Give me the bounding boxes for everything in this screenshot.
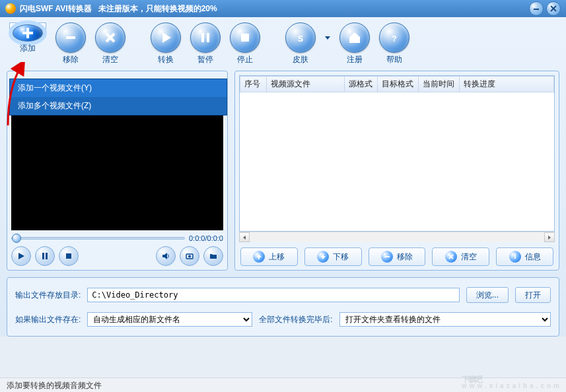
status-text: 添加要转换的视频音频文件: [7, 381, 102, 390]
pause-label: 暂停: [197, 54, 213, 65]
svg-rect-11: [241, 34, 249, 42]
seek-slider[interactable]: [11, 237, 185, 240]
stop-icon[interactable]: [59, 246, 79, 266]
register-label: 注册: [347, 54, 363, 65]
toolbar: 添加 移除 清空 转换 暂停 停止 S 皮肤 注册 ? 帮助: [0, 17, 566, 68]
svg-text:i: i: [514, 253, 516, 260]
col-srcfmt[interactable]: 源格式: [345, 77, 378, 92]
volume-icon[interactable]: [156, 246, 176, 266]
svg-rect-9: [201, 33, 204, 42]
svg-marker-25: [256, 254, 262, 259]
video-preview: [11, 98, 223, 230]
svg-rect-18: [46, 253, 48, 259]
svg-marker-23: [243, 236, 246, 240]
list-remove-button[interactable]: 移除: [369, 247, 426, 266]
col-curtime[interactable]: 当前时间: [419, 77, 460, 92]
info-icon: i: [509, 251, 521, 263]
skin-label: 皮肤: [293, 54, 308, 65]
x-icon: [445, 251, 457, 263]
output-dir-input[interactable]: [87, 288, 460, 302]
exist-select[interactable]: 自动生成相应的新文件名: [87, 312, 252, 327]
minimize-button[interactable]: [529, 1, 544, 16]
svg-text:?: ?: [392, 34, 396, 44]
list-panel: 序号 视频源文件 源格式 目标格式 当前时间 转换进度 上移 下移 移除 清空 …: [234, 71, 559, 271]
arrow-down-icon: [317, 251, 329, 263]
svg-rect-19: [66, 253, 71, 259]
add-button[interactable]: 添加: [9, 22, 46, 37]
add-label: 添加: [20, 43, 36, 54]
minus-icon: [381, 251, 393, 263]
arrow-up-icon: [253, 251, 265, 263]
svg-marker-24: [548, 236, 551, 240]
scroll-right-arrow[interactable]: [544, 232, 555, 242]
titlebar: 闪电SWF AVI转换器 未注册版本，只能转换视频的20%: [0, 0, 566, 17]
svg-rect-27: [384, 256, 390, 257]
play-icon[interactable]: [11, 246, 31, 266]
skin-button[interactable]: S 皮肤: [285, 22, 316, 65]
folder-icon[interactable]: [203, 246, 223, 266]
convert-label: 转换: [158, 54, 174, 65]
add-dropdown-menu: 添加一个视频文件(Y) 添加多个视频文件(Z): [9, 79, 227, 115]
browse-button[interactable]: 浏览...: [466, 287, 509, 303]
scroll-left-arrow[interactable]: [239, 232, 250, 242]
svg-point-22: [188, 255, 191, 258]
svg-marker-13: [325, 36, 330, 40]
time-display: 0:0:0/0:0:0: [189, 234, 223, 242]
snapshot-icon[interactable]: [180, 246, 199, 266]
list-clear-button[interactable]: 清空: [432, 247, 489, 266]
output-panel: 输出文件存放目录: 浏览... 打开 如果输出文件存在: 自动生成相应的新文件名…: [7, 277, 559, 337]
move-down-button[interactable]: 下移: [304, 247, 362, 266]
add-single-file-item[interactable]: 添加一个视频文件(Y): [10, 79, 227, 97]
app-title: 闪电SWF AVI转换器: [20, 3, 92, 15]
clear-button[interactable]: 清空: [95, 22, 125, 65]
move-up-button[interactable]: 上移: [240, 247, 298, 266]
col-src[interactable]: 视频源文件: [267, 77, 345, 92]
after-label: 全部文件转换完毕后:: [259, 314, 332, 325]
clear-label: 清空: [102, 54, 118, 65]
svg-text:S: S: [298, 34, 303, 44]
horizontal-scrollbar[interactable]: [239, 232, 555, 242]
open-button[interactable]: 打开: [515, 287, 551, 303]
stop-label: 停止: [237, 54, 253, 65]
svg-marker-16: [18, 253, 24, 259]
remove-button[interactable]: 移除: [55, 22, 86, 65]
output-dir-label: 输出文件存放目录:: [15, 290, 81, 301]
info-button[interactable]: i信息: [496, 247, 553, 266]
file-table[interactable]: 序号 视频源文件 源格式 目标格式 当前时间 转换进度: [239, 75, 555, 232]
svg-rect-10: [207, 33, 209, 42]
help-button[interactable]: ? 帮助: [379, 22, 409, 65]
app-subtitle: 未注册版本，只能转换视频的20%: [98, 3, 217, 15]
col-dstfmt[interactable]: 目标格式: [378, 77, 419, 92]
remove-label: 移除: [63, 54, 79, 65]
add-multiple-files-item[interactable]: 添加多个视频文件(Z): [10, 97, 227, 115]
after-select[interactable]: 打开文件夹查看转换的文件: [339, 312, 551, 327]
pause-icon[interactable]: [35, 246, 55, 266]
convert-button[interactable]: 转换: [151, 22, 181, 65]
pause-button[interactable]: 暂停: [190, 22, 221, 65]
col-seq[interactable]: 序号: [240, 77, 267, 92]
svg-marker-26: [320, 254, 326, 259]
svg-rect-17: [42, 253, 44, 259]
svg-marker-20: [162, 253, 167, 259]
exist-label: 如果输出文件存在:: [15, 314, 81, 325]
statusbar: 添加要转换的视频音频文件: [0, 377, 566, 392]
svg-marker-8: [162, 32, 171, 43]
register-button[interactable]: 注册: [339, 22, 370, 65]
stop-button[interactable]: 停止: [230, 22, 260, 65]
app-icon: [5, 3, 16, 14]
seek-thumb[interactable]: [12, 234, 21, 243]
help-label: 帮助: [386, 54, 402, 65]
skin-dropdown-arrow[interactable]: [325, 22, 330, 53]
close-window-button[interactable]: [546, 1, 561, 16]
col-progress[interactable]: 转换进度: [460, 77, 554, 92]
